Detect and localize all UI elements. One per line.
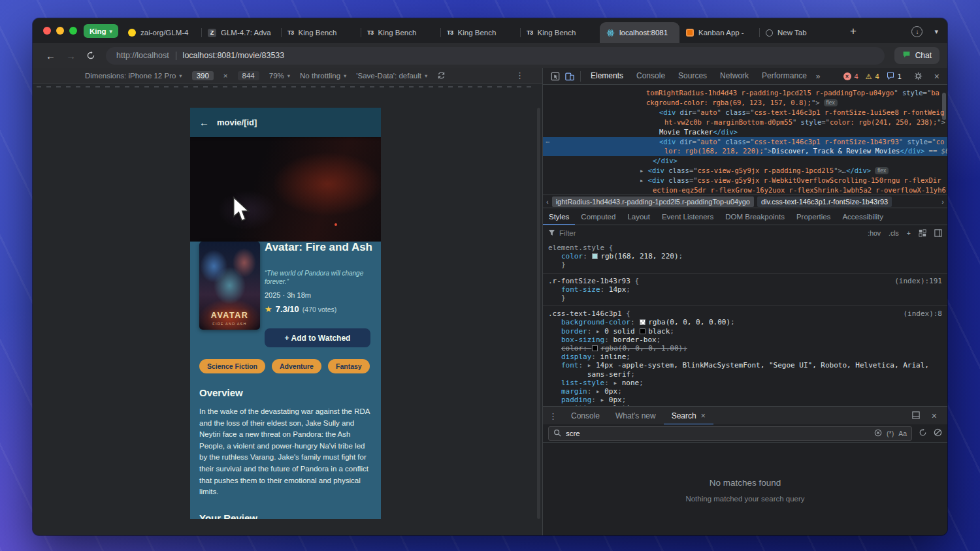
style-rule-selector[interactable]: element.style { [548,244,942,252]
color-swatch-icon[interactable] [592,253,598,259]
device-toolbar-toggle-icon[interactable] [563,69,577,84]
breadcrumb-left-chevron[interactable]: ‹ [543,198,552,206]
styles-filter-input[interactable]: Filter [559,229,860,237]
flex-badge[interactable]: flex [875,167,889,174]
genre-chip[interactable]: Fantasy [328,359,370,373]
save-data-selector[interactable]: 'Save-Data': default ▾ [356,72,427,80]
device-toolbar-menu-icon[interactable]: ⋮ [515,71,524,80]
browser-tab[interactable]: T3 King Bench [281,22,361,43]
style-declaration[interactable]: display: inline; [548,353,942,361]
new-style-rule-button[interactable]: + [907,229,911,237]
device-selector[interactable]: Dimensions: iPhone 12 Pro ▾ [85,72,182,80]
genre-chip[interactable]: Science Fiction [199,359,265,373]
breadcrumb-right-chevron[interactable]: › [938,198,947,206]
devtools-tab-sources[interactable]: Sources [672,68,713,84]
viewport-width-input[interactable]: 390 [192,71,214,80]
drawer-tab-search[interactable]: Search × [664,407,713,425]
new-tab-button[interactable]: + [845,24,861,39]
computed-sidebar-toggle-icon[interactable] [934,229,942,237]
dom-tree-line[interactable]: ht-vw2c0b r-marginBottom-d0pm55" style="… [543,118,947,127]
devtools-tab-network[interactable]: Network [713,68,755,84]
clear-search-icon[interactable] [874,428,882,439]
tab-group-king[interactable]: King ▾ [84,24,118,38]
rotate-icon[interactable] [437,71,446,80]
color-swatches-icon[interactable] [919,229,926,237]
clear-results-icon[interactable] [934,428,942,439]
inspect-element-icon[interactable] [548,69,563,84]
tab-properties[interactable]: Properties [791,208,836,225]
close-search-tab-icon[interactable]: × [701,411,706,420]
dock-side-icon[interactable] [912,410,920,422]
browser-tab[interactable]: Z GLM-4.7: Adva [201,22,281,43]
tab-event-listeners[interactable]: Event Listeners [656,208,719,225]
style-declaration[interactable]: margin: ▸ 0px; [548,387,942,396]
dom-tree-line[interactable]: ckground-color: rgba(69, 123, 157, 0.8);… [543,98,947,108]
chevron-down-icon[interactable]: ▾ [934,27,938,36]
refresh-search-icon[interactable] [919,428,927,439]
dom-tree-line[interactable]: ection-eqz5dr r-flexGrow-16y2uox r-flexS… [543,185,947,195]
stylesheet-link[interactable]: (index):8 [903,309,942,318]
devtools-tab-elements[interactable]: Elements [584,68,630,84]
tab-layout[interactable]: Layout [621,208,656,225]
breadcrumb-parent[interactable]: ightRadius-1hd4d43.r-padding-1pcd2l5.r-p… [552,197,754,207]
style-declaration[interactable]: padding: ▸ 0px; [548,396,942,404]
tab-accessibility[interactable]: Accessibility [836,208,889,225]
style-declaration[interactable]: color: rgb(168, 218, 220); [548,252,942,260]
color-swatch-icon[interactable] [640,319,645,325]
browser-tab[interactable]: T3 King Bench [440,22,520,43]
tab-styles[interactable]: Styles [543,208,575,225]
color-swatch-icon[interactable] [640,328,645,334]
devtools-tab-console[interactable]: Console [630,68,672,84]
search-input[interactable]: scre (*) Aa [548,426,912,441]
error-count[interactable]: 4 [855,72,858,80]
zoom-button[interactable] [69,27,77,35]
style-declaration[interactable]: list-style: ▸ none; [548,379,942,387]
download-icon[interactable]: ↓ [911,26,923,37]
dom-tree-line[interactable]: ⋯<div dir="auto" class="css-text-146c3p1… [543,137,947,147]
dom-tree-line[interactable]: tomRightRadius-1hd4d43 r-padding-1pcd2l5… [543,88,947,98]
flex-badge[interactable]: flex [824,99,838,106]
dom-tree-line[interactable]: ▸ <div class="css-view-g5y9jx r-padding-… [543,166,947,176]
browser-tab[interactable]: T3 King Bench [520,22,600,43]
warning-count[interactable]: 4 [875,72,879,80]
style-declaration[interactable]: box-sizing: border-box; [548,336,942,344]
devtools-close-icon[interactable]: × [932,71,942,82]
viewport-height-input[interactable]: 844 [238,71,259,80]
error-icon[interactable]: × [843,72,851,80]
toggle-hover-state[interactable]: :hov [868,229,881,237]
app-back-arrow-icon[interactable]: ← [190,117,217,128]
back-button[interactable]: ← [41,50,61,61]
more-tabs-chevron[interactable]: » [813,72,823,81]
browser-tab[interactable]: T3 King Bench [361,22,440,43]
style-declaration[interactable]: font-size: 14px; [548,285,942,294]
drawer-tab-whats-new[interactable]: What's new [608,407,664,425]
dom-tree-line[interactable]: </div> [543,156,947,166]
warning-icon[interactable]: ⚠ [866,72,872,80]
regex-toggle[interactable]: (*) [887,430,894,437]
url-field[interactable]: http://localhost localhost:8081/movie/83… [106,47,885,65]
drawer-tab-console[interactable]: Console [563,407,608,425]
close-button[interactable] [43,27,51,35]
browser-tab-active[interactable]: localhost:8081 [600,22,679,43]
forward-button[interactable]: → [61,50,81,61]
tab-computed[interactable]: Computed [575,208,621,225]
issues-count[interactable]: 1 [898,72,902,80]
browser-tab[interactable]: zai-org/GLM-4 [122,22,201,43]
style-declaration[interactable]: border: ▸ 0 solid black; [548,327,942,336]
zoom-selector[interactable]: 79% ▾ [269,72,290,80]
style-rule-selector[interactable]: .css-text-146c3p1 { [548,309,942,318]
browser-tab[interactable]: New Tab [759,22,839,43]
reload-icon[interactable] [81,51,101,60]
stylesheet-link[interactable]: (index):191 [894,277,942,285]
dom-tree-line[interactable]: Movie Tracker</div> [543,127,947,137]
chat-button[interactable]: Chat [894,47,939,64]
dom-tree-line[interactable]: lor: rgb(168, 218, 220);">Discover, Trac… [543,146,947,156]
devtools-tab-performance[interactable]: Performance [755,68,813,84]
style-declaration[interactable]: background-color: rgba(0, 0, 0, 0.00); [548,318,942,326]
throttling-selector[interactable]: No throttling ▾ [300,72,346,80]
style-declaration[interactable]: font: ▸ 14px -apple-system, BlinkMacSyst… [548,361,942,378]
match-case-toggle[interactable]: Aa [898,430,907,437]
issues-bubble-icon[interactable] [887,71,894,82]
page-scrollbar[interactable] [537,108,540,519]
style-rule-selector[interactable]: .r-fontSize-1b43r93 { [548,277,942,285]
